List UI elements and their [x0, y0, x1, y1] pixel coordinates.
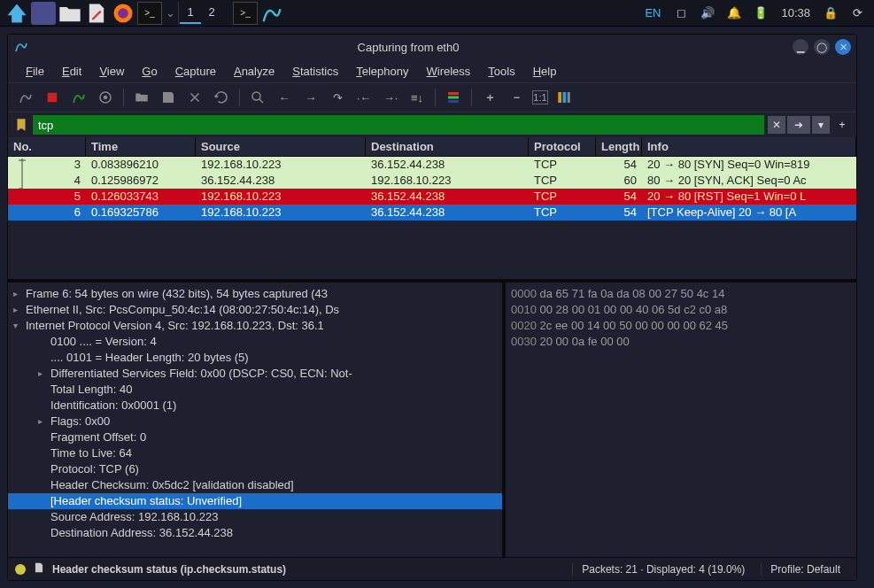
detail-line[interactable]: Fragment Offset: 0	[8, 429, 502, 445]
firefox-icon[interactable]	[111, 2, 135, 25]
packet-row[interactable]: 60.169325786192.168.10.22336.152.44.238T…	[8, 205, 856, 220]
find-button[interactable]	[247, 87, 268, 108]
terminal-icon[interactable]: >_	[137, 2, 162, 25]
menu-file[interactable]: File	[17, 61, 53, 81]
app-menu-icon[interactable]	[4, 2, 29, 25]
menu-analyze[interactable]: Analyze	[225, 61, 283, 81]
detail-line[interactable]: Internet Protocol Version 4, Src: 192.16…	[8, 318, 502, 334]
go-last-button[interactable]: →·	[380, 87, 401, 108]
detail-line[interactable]: Identification: 0x0001 (1)	[8, 398, 502, 414]
apply-filter-button[interactable]: ➜	[787, 116, 810, 134]
power-icon[interactable]: ⟳	[845, 2, 870, 25]
detail-line[interactable]: [Header checksum status: Unverified]	[8, 493, 502, 509]
battery-icon[interactable]: 🔋	[748, 2, 773, 25]
packet-row[interactable]: 50.126033743192.168.10.22336.152.44.238T…	[8, 189, 856, 205]
packet-list-body[interactable]: 30.083896210192.168.10.22336.152.44.238T…	[8, 157, 856, 220]
menu-edit[interactable]: Edit	[53, 61, 90, 81]
clear-filter-button[interactable]: ✕	[768, 116, 785, 134]
detail-line[interactable]: Protocol: TCP (6)	[8, 461, 502, 477]
packet-bytes-pane[interactable]: 0000 da 65 71 fa 0a da 08 00 27 50 4c 14…	[506, 282, 856, 557]
stop-capture-button[interactable]	[42, 87, 63, 108]
running-terminal-icon[interactable]: >_	[233, 2, 258, 25]
clock[interactable]: 10:38	[774, 6, 817, 19]
close-file-button[interactable]	[184, 87, 205, 108]
detail-line[interactable]: Differentiated Services Field: 0x00 (DSC…	[8, 366, 502, 382]
col-protocol[interactable]: Protocol	[529, 137, 596, 156]
menu-telephony[interactable]: Telephony	[347, 61, 417, 81]
go-back-button[interactable]: ←	[274, 87, 295, 108]
menu-capture[interactable]: Capture	[166, 61, 225, 81]
workspace-1[interactable]: 1	[180, 2, 201, 24]
hex-line[interactable]: 0000 da 65 71 fa 0a da 08 00 27 50 4c 14	[511, 286, 851, 302]
workspace-2[interactable]: 2	[201, 2, 222, 24]
svg-rect-10	[563, 92, 567, 103]
restart-capture-button[interactable]	[68, 87, 89, 108]
col-no[interactable]: No.	[8, 137, 86, 156]
maximize-button[interactable]: ◯	[814, 39, 830, 55]
edit-capture-comment-icon[interactable]	[33, 561, 45, 576]
zoom-in-button[interactable]: ＋	[479, 87, 500, 108]
col-time[interactable]: Time	[86, 137, 196, 156]
hex-line[interactable]: 0010 00 28 00 01 00 00 40 06 5d c2 c0 a8	[511, 302, 851, 318]
detail-line[interactable]: Ethernet II, Src: PcsCompu_50:4c:14 (08:…	[8, 302, 502, 318]
auto-scroll-button[interactable]: ≡↓	[406, 87, 428, 108]
packet-row[interactable]: 30.083896210192.168.10.22336.152.44.238T…	[8, 157, 856, 173]
taskbar-app-1[interactable]	[31, 2, 56, 25]
text-editor-icon[interactable]	[84, 2, 109, 25]
running-wireshark-icon[interactable]	[259, 2, 284, 25]
col-source[interactable]: Source	[196, 137, 366, 156]
zoom-reset-button[interactable]: 1:1	[532, 90, 548, 104]
detail-line[interactable]: 0100 .... = Version: 4	[8, 334, 502, 350]
detail-line[interactable]: Time to Live: 64	[8, 445, 502, 461]
packet-list-header[interactable]: No. Time Source Destination Protocol Len…	[8, 137, 856, 157]
detail-line[interactable]: Frame 6: 54 bytes on wire (432 bits), 54…	[8, 286, 502, 302]
go-forward-button[interactable]: →	[300, 87, 321, 108]
close-button[interactable]: ✕	[835, 39, 851, 55]
keyboard-layout[interactable]: EN	[638, 6, 668, 19]
menu-go[interactable]: Go	[133, 61, 166, 81]
status-profile[interactable]: Profile: Default	[761, 563, 849, 576]
menu-view[interactable]: View	[90, 61, 133, 81]
svg-rect-7	[448, 97, 459, 99]
add-filter-button[interactable]: +	[833, 116, 851, 134]
menu-tools[interactable]: Tools	[479, 61, 523, 81]
col-info[interactable]: Info	[642, 137, 856, 156]
hex-line[interactable]: 0030 20 00 0a fe 00 00	[511, 334, 851, 350]
start-capture-button[interactable]	[15, 87, 36, 108]
detail-line[interactable]: Total Length: 40	[8, 382, 502, 398]
file-manager-icon[interactable]	[58, 2, 82, 25]
col-destination[interactable]: Destination	[366, 137, 529, 156]
hex-line[interactable]: 0020 2c ee 00 14 00 50 00 00 00 00 62 45	[511, 318, 851, 334]
tray-square-icon[interactable]: ◻	[669, 2, 693, 25]
notifications-icon[interactable]: 🔔	[722, 2, 746, 25]
lock-icon[interactable]: 🔒	[818, 2, 843, 25]
col-length[interactable]: Length	[596, 137, 642, 156]
resize-columns-button[interactable]	[553, 87, 575, 108]
open-file-button[interactable]	[131, 87, 152, 108]
terminal-dropdown-icon[interactable]: ⌄	[164, 2, 176, 25]
save-button[interactable]	[158, 87, 179, 108]
go-to-packet-button[interactable]: ↷	[327, 87, 348, 108]
expert-info-icon[interactable]	[15, 564, 26, 575]
titlebar[interactable]: Capturing from eth0 ▁ ◯ ✕	[8, 35, 856, 59]
detail-line[interactable]: .... 0101 = Header Length: 20 bytes (5)	[8, 350, 502, 366]
detail-line[interactable]: Flags: 0x00	[8, 414, 502, 429]
menu-help[interactable]: Help	[524, 61, 566, 81]
filter-history-button[interactable]: ▾	[812, 116, 830, 134]
reload-button[interactable]	[211, 87, 232, 108]
volume-icon[interactable]: 🔊	[695, 2, 720, 25]
zoom-out-button[interactable]: －	[506, 87, 527, 108]
bookmark-icon[interactable]	[13, 117, 29, 133]
detail-line[interactable]: Header Checksum: 0x5dc2 [validation disa…	[8, 477, 502, 493]
detail-line[interactable]: Source Address: 192.168.10.223	[8, 509, 502, 525]
packet-row[interactable]: 40.12598697236.152.44.238192.168.10.223T…	[8, 173, 856, 189]
capture-options-button[interactable]	[95, 87, 116, 108]
display-filter-input[interactable]	[33, 115, 764, 135]
menu-statistics[interactable]: Statistics	[283, 61, 347, 81]
go-first-button[interactable]: ·←	[353, 87, 375, 108]
detail-line[interactable]: Destination Address: 36.152.44.238	[8, 525, 502, 541]
colorize-button[interactable]	[443, 87, 464, 108]
menu-wireless[interactable]: Wireless	[418, 61, 480, 81]
minimize-button[interactable]: ▁	[793, 39, 808, 55]
packet-details-pane[interactable]: Frame 6: 54 bytes on wire (432 bits), 54…	[8, 282, 502, 557]
